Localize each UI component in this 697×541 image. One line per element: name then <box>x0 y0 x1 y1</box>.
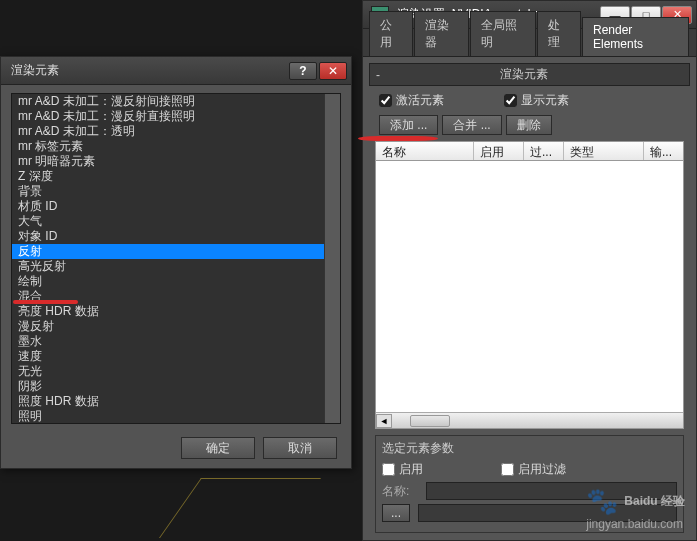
sel-enable-input[interactable] <box>382 463 395 476</box>
collapse-indicator: - <box>376 68 380 82</box>
list-item[interactable]: 绘制 <box>12 274 324 289</box>
dialog-titlebar[interactable]: 渲染元素 ? ✕ <box>1 57 351 85</box>
activate-elements-checkbox[interactable]: 激活元素 <box>379 92 444 109</box>
list-item[interactable]: mr 明暗器元素 <box>12 154 324 169</box>
tab-render-elements[interactable]: Render Elements <box>582 17 689 56</box>
list-item[interactable]: 阴影 <box>12 379 324 394</box>
path-input[interactable] <box>418 504 677 522</box>
browse-button[interactable]: ... <box>382 504 410 522</box>
list-item[interactable]: 高光反射 <box>12 259 324 274</box>
col-enable[interactable]: 启用 <box>474 142 524 160</box>
col-output[interactable]: 输... <box>644 142 683 160</box>
name-label: 名称: <box>382 483 418 500</box>
scroll-thumb[interactable] <box>410 415 450 427</box>
sel-filter-checkbox[interactable]: 启用过滤 <box>501 461 566 478</box>
list-item[interactable]: 材质 ID <box>12 199 324 214</box>
selected-group-title: 选定元素参数 <box>382 440 677 457</box>
list-item[interactable]: 照度 HDR 数据 <box>12 394 324 409</box>
tab-公用[interactable]: 公用 <box>369 11 413 56</box>
selected-element-group: 选定元素参数 启用 启用过滤 名称: ... <box>375 435 684 533</box>
list-item[interactable]: mr A&D 未加工：透明 <box>12 124 324 139</box>
scroll-left-arrow[interactable]: ◄ <box>376 414 392 428</box>
list-item[interactable]: 照明 <box>12 409 324 423</box>
table-header: 名称 启用 过... 类型 输... <box>375 141 684 161</box>
merge-button[interactable]: 合并 ... <box>442 115 501 135</box>
tab-渲染器[interactable]: 渲染器 <box>414 11 469 56</box>
cancel-button[interactable]: 取消 <box>263 437 337 459</box>
delete-button[interactable]: 删除 <box>506 115 552 135</box>
viewport-guide-line <box>159 478 321 538</box>
list-item[interactable]: 亮度 HDR 数据 <box>12 304 324 319</box>
display-checkbox-input[interactable] <box>504 94 517 107</box>
add-button[interactable]: 添加 ... <box>379 115 438 135</box>
annotation-underline-2 <box>358 136 438 141</box>
list-item[interactable]: 对象 ID <box>12 229 324 244</box>
group-title: 渲染元素 <box>500 66 548 83</box>
list-item[interactable]: mr 标签元素 <box>12 139 324 154</box>
list-item[interactable]: 反射 <box>12 244 324 259</box>
list-item[interactable]: 漫反射 <box>12 319 324 334</box>
col-type[interactable]: 类型 <box>564 142 644 160</box>
display-elements-checkbox[interactable]: 显示元素 <box>504 92 569 109</box>
list-item[interactable]: Z 深度 <box>12 169 324 184</box>
sel-filter-input[interactable] <box>501 463 514 476</box>
name-input[interactable] <box>426 482 677 500</box>
group-header[interactable]: - 渲染元素 <box>369 63 690 86</box>
list-item[interactable]: mr A&D 未加工：漫反射直接照明 <box>12 109 324 124</box>
elements-listbox[interactable]: mr A&D 未加工：漫反射间接照明mr A&D 未加工：漫反射直接照明mr A… <box>11 93 341 424</box>
annotation-underline <box>13 300 78 304</box>
list-item[interactable]: mr A&D 未加工：漫反射间接照明 <box>12 94 324 109</box>
list-item[interactable]: 墨水 <box>12 334 324 349</box>
help-button[interactable]: ? <box>289 62 317 80</box>
tab-处理[interactable]: 处理 <box>537 11 581 56</box>
render-settings-window: 渲染设置: NVIDIA mental ray — □ ✕ 公用渲染器全局照明处… <box>362 0 697 541</box>
close-button[interactable]: ✕ <box>319 62 347 80</box>
listbox-scrollbar[interactable] <box>324 94 340 423</box>
activate-checkbox-input[interactable] <box>379 94 392 107</box>
horizontal-scrollbar[interactable]: ◄ <box>376 412 683 428</box>
tab-全局照明[interactable]: 全局照明 <box>470 11 536 56</box>
list-item[interactable]: 速度 <box>12 349 324 364</box>
ok-button[interactable]: 确定 <box>181 437 255 459</box>
list-item[interactable]: 无光 <box>12 364 324 379</box>
list-item[interactable]: 大气 <box>12 214 324 229</box>
col-name[interactable]: 名称 <box>376 142 474 160</box>
dialog-title: 渲染元素 <box>5 62 289 79</box>
elements-table-body[interactable]: ◄ <box>375 161 684 429</box>
list-item[interactable]: 背景 <box>12 184 324 199</box>
render-elements-dialog: 渲染元素 ? ✕ mr A&D 未加工：漫反射间接照明mr A&D 未加工：漫反… <box>0 56 352 469</box>
sel-enable-checkbox[interactable]: 启用 <box>382 461 423 478</box>
col-filter[interactable]: 过... <box>524 142 564 160</box>
tab-bar: 公用渲染器全局照明处理Render Elements <box>363 29 696 57</box>
